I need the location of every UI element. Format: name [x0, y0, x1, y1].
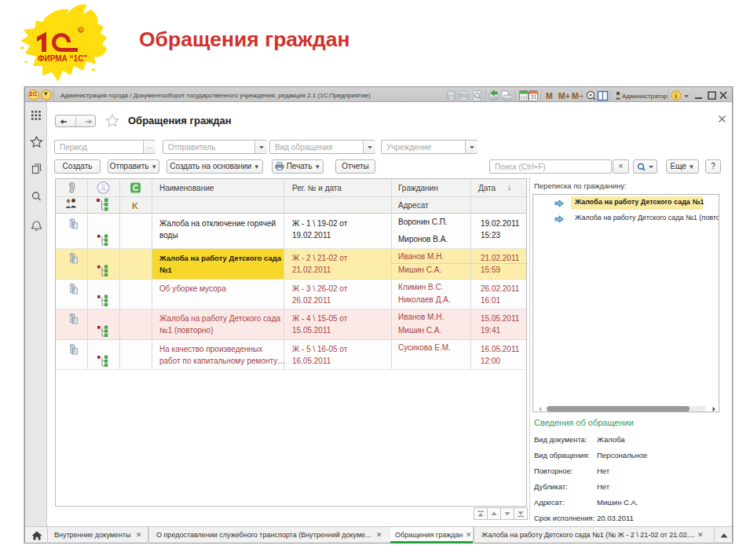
svg-text:31: 31	[531, 94, 537, 100]
svg-text:M+: M+	[558, 91, 570, 101]
svg-text:M: M	[546, 91, 553, 101]
svg-text:ФИРМА “1С”: ФИРМА “1С”	[38, 54, 87, 63]
svg-text:Администратор: Администратор	[622, 93, 668, 100]
